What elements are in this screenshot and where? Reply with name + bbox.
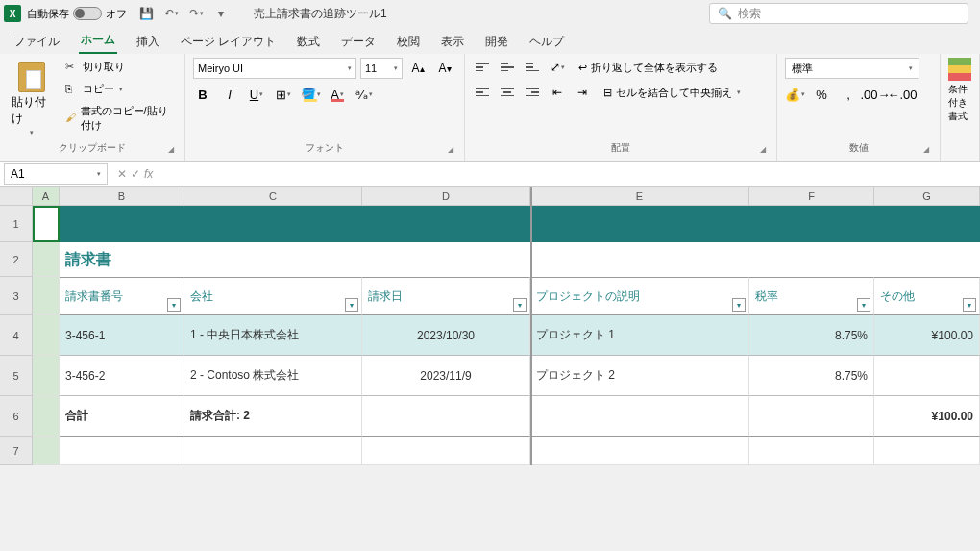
undo-icon[interactable]: ↶▾ <box>163 6 179 21</box>
formula-bar[interactable] <box>159 163 980 185</box>
tab-review[interactable]: 校閲 <box>395 30 422 54</box>
align-middle-button[interactable] <box>498 58 517 77</box>
filter-icon[interactable]: ▾ <box>167 298 181 312</box>
tab-page-layout[interactable]: ページ レイアウト <box>179 30 278 54</box>
cell[interactable] <box>362 437 530 465</box>
alignment-launcher-icon[interactable]: ◢ <box>757 145 769 157</box>
cell[interactable] <box>33 315 60 356</box>
decrease-decimal-button[interactable]: ←.00 <box>893 85 912 104</box>
cell[interactable] <box>874 437 980 465</box>
tab-data[interactable]: データ <box>339 30 378 54</box>
font-name-select[interactable]: Meiryo UI▾ <box>193 58 356 79</box>
fx-icon[interactable]: fx <box>144 167 153 181</box>
tab-insert[interactable]: 挿入 <box>135 30 161 54</box>
heading-cell[interactable]: 請求書 <box>60 242 980 277</box>
filter-icon[interactable]: ▾ <box>732 298 746 312</box>
cell[interactable] <box>33 437 60 465</box>
data-cell[interactable]: 1 - 中央日本株式会社 <box>184 315 362 356</box>
name-box[interactable]: A1▾ <box>4 163 108 185</box>
italic-button[interactable]: I <box>220 85 239 104</box>
tab-file[interactable]: ファイル <box>12 30 61 54</box>
font-launcher-icon[interactable]: ◢ <box>445 145 456 157</box>
cell[interactable] <box>33 356 60 396</box>
wrap-text-button[interactable]: ↩折り返して全体を表示する <box>573 59 723 77</box>
increase-decimal-button[interactable]: .00→ <box>866 85 885 104</box>
select-all-corner[interactable] <box>0 187 33 206</box>
table-header[interactable]: プロジェクトの説明▾ <box>530 277 749 315</box>
qat-customize-icon[interactable]: ▾ <box>213 6 229 21</box>
data-cell[interactable]: プロジェクト 1 <box>530 315 749 356</box>
row-header-3[interactable]: 3 <box>0 277 33 315</box>
table-header[interactable]: 請求書番号▾ <box>60 277 184 315</box>
data-cell[interactable]: 8.75% <box>749 356 874 396</box>
cell[interactable] <box>60 437 184 465</box>
cell[interactable] <box>749 437 874 465</box>
table-header[interactable]: その他▾ <box>874 277 980 315</box>
tab-formulas[interactable]: 数式 <box>295 30 322 54</box>
header-bar[interactable] <box>60 206 980 242</box>
row-header-6[interactable]: 6 <box>0 396 33 437</box>
font-size-select[interactable]: 11▾ <box>360 58 403 79</box>
row-header-5[interactable]: 5 <box>0 356 33 396</box>
data-cell[interactable]: プロジェクト 2 <box>530 356 749 396</box>
col-header-A[interactable]: A <box>33 187 60 206</box>
clipboard-launcher-icon[interactable]: ◢ <box>165 145 177 157</box>
merge-center-button[interactable]: ⊟セルを結合して中央揃え▾ <box>598 84 747 102</box>
data-cell[interactable]: 2023/11/9 <box>362 356 530 396</box>
active-cell[interactable] <box>33 206 60 242</box>
row-header-4[interactable]: 4 <box>0 315 33 356</box>
cancel-formula-icon[interactable]: ✕ <box>117 167 127 181</box>
phonetic-button[interactable]: ᵃ⁄ₐ▾ <box>355 85 374 104</box>
bold-button[interactable]: B <box>193 85 212 104</box>
align-top-button[interactable] <box>473 58 492 77</box>
total-cell[interactable] <box>362 396 530 437</box>
data-cell[interactable] <box>874 356 980 396</box>
tab-help[interactable]: ヘルプ <box>527 30 566 54</box>
align-right-button[interactable] <box>523 83 542 102</box>
total-cell[interactable]: ¥100.00 <box>874 396 980 437</box>
filter-icon[interactable]: ▾ <box>963 298 976 312</box>
accounting-format-button[interactable]: 💰▾ <box>785 85 804 104</box>
indent-increase-button[interactable]: ⇥ <box>573 83 592 102</box>
data-cell[interactable]: 8.75% <box>749 315 874 356</box>
data-cell[interactable]: 3-456-2 <box>60 356 184 396</box>
font-color-button[interactable]: A▾ <box>328 85 347 104</box>
tab-view[interactable]: 表示 <box>439 30 466 54</box>
conditional-format-button[interactable]: 条件付き書式 <box>948 58 971 123</box>
table-header[interactable]: 会社▾ <box>184 277 362 315</box>
format-painter-button[interactable]: 🖌書式のコピー/貼り付け <box>61 102 177 135</box>
filter-icon[interactable]: ▾ <box>513 298 527 312</box>
col-header-G[interactable]: G <box>874 187 980 206</box>
split-bar[interactable] <box>530 187 532 465</box>
total-cell[interactable] <box>749 396 874 437</box>
col-header-D[interactable]: D <box>362 187 530 206</box>
align-left-button[interactable] <box>473 83 492 102</box>
total-cell[interactable] <box>530 396 749 437</box>
autosave-toggle[interactable]: 自動保存 オフ <box>27 7 127 21</box>
comma-button[interactable]: , <box>839 85 858 104</box>
row-header-7[interactable]: 7 <box>0 437 33 465</box>
table-header[interactable]: 税率▾ <box>749 277 874 315</box>
paste-button[interactable]: 貼り付け ▾ <box>8 58 56 140</box>
percent-button[interactable]: % <box>812 85 831 104</box>
toggle-switch[interactable] <box>73 7 102 20</box>
enter-formula-icon[interactable]: ✓ <box>131 167 140 181</box>
cut-button[interactable]: ✂切り取り <box>61 58 177 76</box>
data-cell[interactable]: 2 - Contoso 株式会社 <box>184 356 362 396</box>
col-header-E[interactable]: E <box>530 187 749 206</box>
tab-home[interactable]: ホーム <box>79 28 117 54</box>
total-cell[interactable]: 合計 <box>60 396 184 437</box>
cell[interactable] <box>33 277 60 315</box>
row-header-1[interactable]: 1 <box>0 206 33 242</box>
total-cell[interactable]: 請求合計: 2 <box>184 396 362 437</box>
border-button[interactable]: ⊞▾ <box>274 85 293 104</box>
cell[interactable] <box>33 242 60 277</box>
col-header-C[interactable]: C <box>184 187 362 206</box>
cell[interactable] <box>33 396 60 437</box>
number-format-select[interactable]: 標準▾ <box>785 58 919 79</box>
data-cell[interactable]: ¥100.00 <box>874 315 980 356</box>
search-input[interactable]: 🔍 検索 <box>709 3 968 24</box>
copy-button[interactable]: ⎘コピー▾ <box>61 80 177 98</box>
col-header-B[interactable]: B <box>60 187 184 206</box>
save-icon[interactable]: 💾 <box>138 6 154 21</box>
